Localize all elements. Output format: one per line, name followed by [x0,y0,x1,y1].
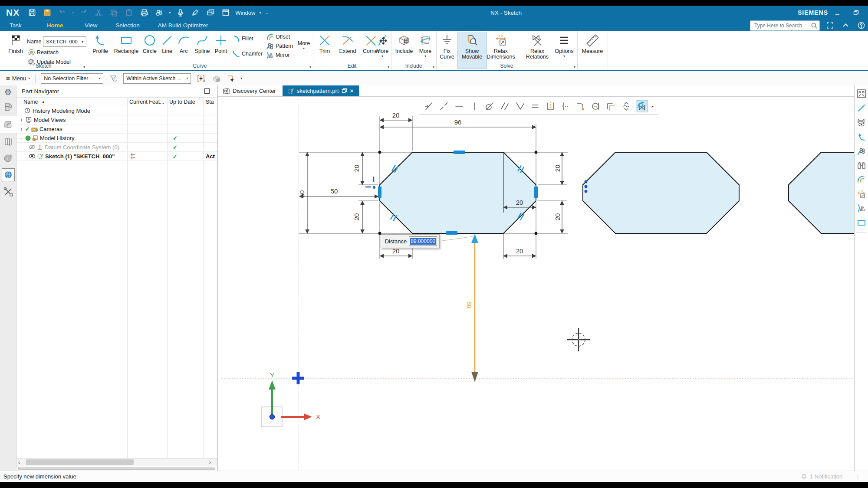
tab-sketchpattern-prt[interactable]: sketchpattern.prt ✕ [283,85,359,96]
command-finder-icon[interactable] [154,7,165,18]
print-icon[interactable] [138,7,150,18]
show-hide-icon[interactable] [856,117,867,128]
spline-button[interactable]: Spline [192,32,212,54]
constraint-vertical-icon[interactable] [469,101,480,112]
arc-button[interactable]: Arc [175,32,192,54]
scroll-left-icon[interactable]: ‹ [18,459,20,465]
relax-dimensions-tool-icon[interactable]: 1.0 [856,188,867,200]
rectangle-button[interactable]: Rectangle [112,32,140,54]
constraint-point-on-curve-icon[interactable] [438,101,450,112]
library-icon[interactable] [3,136,14,147]
tab-view[interactable]: View [79,20,103,31]
table-row-history-mode[interactable]: History Modeling Mode [16,106,217,115]
snap-endpoint-icon[interactable] [226,73,237,84]
save-as-icon[interactable] [42,7,53,18]
window-stack-icon[interactable] [205,7,216,18]
menu-button[interactable]: ≡ Menu ▾ [6,75,30,82]
scroll-right-icon[interactable]: › [209,459,211,465]
scope-combo[interactable]: Within Active Sketch ... ▾ [123,73,191,84]
constraint-equal-length-icon[interactable] [529,101,541,112]
sketch-canvas[interactable]: 20 96 20 50 50 20 20 20 20 20 20 89 [219,96,854,471]
find-icon[interactable] [856,160,867,171]
notification-area[interactable]: 1 Notification [801,473,842,480]
tools-icon[interactable] [3,186,14,197]
constraint-perpendicular-icon[interactable] [514,101,526,112]
minimize-ribbon-icon[interactable] [840,20,851,31]
cut-icon[interactable] [93,7,104,18]
include-button[interactable]: Include [393,32,415,54]
fix-curve-button[interactable]: Fix Curve [437,32,457,60]
part-navigator-tab[interactable] [0,116,16,133]
finish-sketch-button[interactable]: Finish [4,32,27,54]
constraint-coincident-icon[interactable] [423,101,434,112]
mirror-button[interactable]: Mirror [266,50,293,59]
dim-left-lower[interactable]: 20 [353,213,360,221]
web-browser-icon[interactable] [2,168,15,181]
constraint-parallel-icon[interactable] [499,101,510,112]
profile-tool-icon[interactable] [856,131,867,142]
solve-group-launcher-icon[interactable]: ▾ [574,65,575,69]
help-icon[interactable] [855,20,867,31]
window-menu[interactable]: Window [235,10,255,16]
resource-gear-icon[interactable]: ⚙ [4,88,12,97]
dim-left-upper[interactable]: 20 [353,165,360,172]
command-finder-dropdown-icon[interactable]: ▾ [169,11,171,15]
relax-relations-button[interactable]: Relax Relations [522,32,552,60]
assembly-navigator-icon[interactable] [3,102,14,113]
tab-discovery-center[interactable]: Discovery Center [218,85,281,96]
trim-button[interactable]: Trim [315,32,334,54]
save-icon[interactable] [26,7,38,18]
sketch-name-combo[interactable]: SKETCH_000 ▾ [43,36,86,47]
close-tab-icon[interactable]: ✕ [350,88,354,94]
minimize-button[interactable] [832,7,843,18]
rectangle-tool-icon[interactable] [856,217,867,228]
origin-point[interactable] [270,415,275,419]
include-group-launcher-icon[interactable]: ▾ [433,65,434,69]
measure-button[interactable]: Measure [580,32,605,54]
dim-left-offset[interactable]: 50 [331,187,338,195]
dim-top-chamfer[interactable]: 20 [392,111,400,119]
distance-dimension[interactable]: 89 [465,234,478,382]
dim-right-upper[interactable]: 20 [554,165,561,172]
filter-reset-icon[interactable] [108,73,119,84]
offset-tool-icon[interactable] [856,174,867,185]
constraint-symmetric-icon[interactable] [545,101,556,112]
line-tool-icon[interactable] [856,102,867,114]
copy-icon[interactable] [108,7,119,18]
tab-selection[interactable]: Selection [109,20,146,31]
display-constraints-toggle-icon[interactable] [636,100,648,112]
hexagon-profile-2[interactable] [583,152,739,233]
eye-slash-icon[interactable] [29,144,36,150]
hexagon-profile-1[interactable] [380,152,536,233]
fullscreen-icon[interactable] [824,20,835,31]
fit-view-icon[interactable] [856,88,867,99]
dim-right-lower[interactable]: 20 [554,213,561,221]
partnav-hscrollbar[interactable]: ‹ › [16,458,217,466]
toolbar-options-dropdown-icon[interactable]: ▾ [652,105,654,108]
distance-input[interactable]: 89.000000 [409,236,437,246]
line-button[interactable]: Line [159,32,175,54]
edit-group-launcher-icon[interactable]: ▾ [388,65,389,69]
paste-icon[interactable] [123,7,135,18]
column-status[interactable]: Sta [206,99,214,105]
relax-dimensions-button[interactable]: 1.0 Relax Dimensions [487,32,515,60]
redo-icon[interactable] [78,7,89,18]
edit-more-button[interactable]: More ▾ [374,32,391,58]
sketch-group-launcher-icon[interactable]: ▾ [83,65,85,69]
customize-qat-icon[interactable]: ⌄ [265,10,268,15]
tab-am-build-optimizer[interactable]: AM Build Optimizer [152,20,214,31]
column-up-to-date[interactable]: Up to Date [169,99,195,105]
scrollbar-thumb[interactable] [26,459,134,465]
undo-dropdown-icon[interactable]: ▾ [72,11,74,15]
constraint-uniform-scale-icon[interactable] [621,101,632,112]
drag-handle-icon[interactable] [382,236,383,246]
expand-icon[interactable]: + [20,126,24,132]
curve-more-button[interactable]: More ▾ [296,41,312,50]
column-name[interactable]: Name [23,99,38,105]
collapse-icon[interactable]: − [20,135,24,141]
check-icon[interactable]: ✓ [25,126,30,132]
dim-height[interactable]: 50 [298,190,306,198]
pattern-instance-points[interactable] [585,180,588,193]
constraint-concentric-icon[interactable] [590,101,602,112]
scrollbar-track-strip[interactable] [18,467,215,470]
